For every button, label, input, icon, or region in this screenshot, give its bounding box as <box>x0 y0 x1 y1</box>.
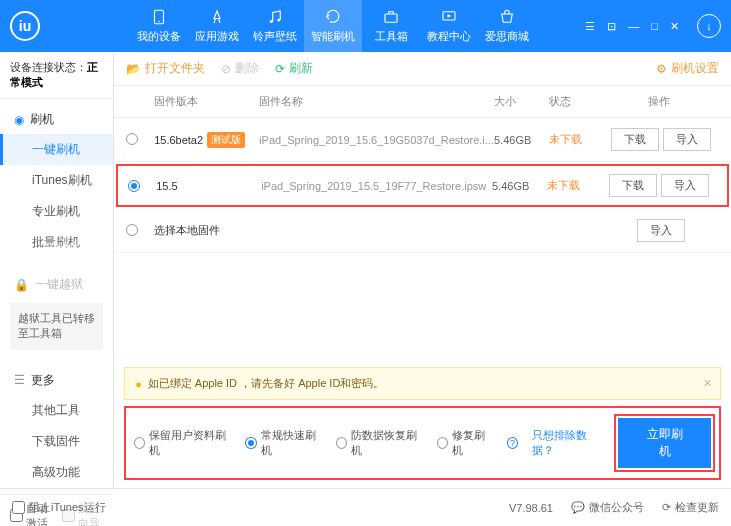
svg-point-2 <box>270 20 273 23</box>
wechat-link[interactable]: 💬微信公众号 <box>571 500 644 515</box>
firmware-row-selected[interactable]: 15.5 iPad_Spring_2019_15.5_19F77_Restore… <box>116 164 729 207</box>
ringtone-icon <box>266 8 284 26</box>
gear-icon: ⚙ <box>656 62 667 76</box>
update-icon: ⟳ <box>662 501 671 514</box>
connection-status: 设备连接状态：正常模式 <box>0 52 113 99</box>
device-icon <box>150 8 168 26</box>
exclude-data-link[interactable]: 只想排除数据？ <box>532 428 604 458</box>
refresh-icon: ⟳ <box>275 62 285 76</box>
close-icon[interactable]: ✕ <box>668 18 681 35</box>
sidebar-item-advanced[interactable]: 高级功能 <box>0 457 113 488</box>
flash-options: 保留用户资料刷机 常规快速刷机 防数据恢复刷机 修复刷机 ? 只想排除数据？ 立… <box>124 406 721 480</box>
firmware-row[interactable]: 15.6beta2测试版 iPad_Spring_2019_15.6_19G50… <box>114 118 731 162</box>
shop-icon <box>498 8 516 26</box>
version-label: V7.98.61 <box>509 502 553 514</box>
lock-icon[interactable]: ⊡ <box>605 18 618 35</box>
svg-point-1 <box>158 21 160 23</box>
wechat-icon: 💬 <box>571 501 585 514</box>
flash-section-icon: ◉ <box>14 113 24 127</box>
section-flash[interactable]: ◉刷机 <box>0 105 113 134</box>
option-antirecovery[interactable]: 防数据恢复刷机 <box>336 428 423 458</box>
tutorial-icon <box>440 8 458 26</box>
radio-unselected[interactable] <box>126 133 138 145</box>
sidebar-item-itunes-flash[interactable]: iTunes刷机 <box>0 165 113 196</box>
more-icon: ☰ <box>14 373 25 387</box>
nav-smart-flash[interactable]: 智能刷机 <box>304 0 362 52</box>
apps-icon <box>208 8 226 26</box>
flash-now-button[interactable]: 立即刷机 <box>618 418 711 468</box>
download-button[interactable]: 下载 <box>609 174 657 197</box>
option-normal-flash[interactable]: 常规快速刷机 <box>245 428 322 458</box>
download-manager-icon[interactable]: ↓ <box>697 14 721 38</box>
radio-unselected[interactable] <box>126 224 138 236</box>
download-button[interactable]: 下载 <box>611 128 659 151</box>
beta-tag: 测试版 <box>207 132 245 148</box>
folder-icon: 📂 <box>126 62 141 76</box>
radio-selected[interactable] <box>128 180 140 192</box>
check-update-link[interactable]: ⟳检查更新 <box>662 500 719 515</box>
sidebar-item-oneclick-flash[interactable]: 一键刷机 <box>0 134 113 165</box>
delete-icon: ⊘ <box>221 62 231 76</box>
sidebar-item-download-firmware[interactable]: 下载固件 <box>0 426 113 457</box>
option-keep-data[interactable]: 保留用户资料刷机 <box>134 428 231 458</box>
window-controls: ☰ ⊡ — □ ✕ ↓ <box>583 14 721 38</box>
lock-icon: 🔒 <box>14 278 29 292</box>
block-itunes-checkbox[interactable]: 阻止iTunes运行 <box>12 500 106 515</box>
flash-icon <box>324 8 342 26</box>
sidebar-item-pro-flash[interactable]: 专业刷机 <box>0 196 113 227</box>
import-button[interactable]: 导入 <box>661 174 709 197</box>
jailbreak-note: 越狱工具已转移至工具箱 <box>10 303 103 350</box>
brand-url: www.i4.cn <box>46 239 110 250</box>
section-jailbreak[interactable]: 🔒一键越狱 <box>0 270 113 299</box>
sidebar-item-other-tools[interactable]: 其他工具 <box>0 395 113 426</box>
nav-ringtone[interactable]: 铃声壁纸 <box>246 0 304 52</box>
nav-my-device[interactable]: 我的设备 <box>130 0 188 52</box>
import-button[interactable]: 导入 <box>663 128 711 151</box>
svg-rect-4 <box>385 14 397 22</box>
nav-apps[interactable]: 应用游戏 <box>188 0 246 52</box>
main-nav: 我的设备 应用游戏 铃声壁纸 智能刷机 工具箱 教程中心 爱思商城 <box>130 0 583 52</box>
local-firmware-row[interactable]: 选择本地固件 导入 <box>114 209 731 253</box>
option-repair[interactable]: 修复刷机 <box>437 428 493 458</box>
nav-shop[interactable]: 爱思商城 <box>478 0 536 52</box>
svg-point-3 <box>277 19 280 22</box>
logo-icon: iu <box>10 11 40 41</box>
nav-toolbox[interactable]: 工具箱 <box>362 0 420 52</box>
warning-icon: ● <box>135 378 142 390</box>
flash-settings-button[interactable]: ⚙刷机设置 <box>656 60 719 77</box>
warning-close-icon[interactable]: ✕ <box>703 377 712 390</box>
refresh-button[interactable]: ⟳刷新 <box>275 60 313 77</box>
open-folder-button[interactable]: 📂打开文件夹 <box>126 60 205 77</box>
section-more[interactable]: ☰更多 <box>0 366 113 395</box>
nav-tutorial[interactable]: 教程中心 <box>420 0 478 52</box>
toolbox-icon <box>382 8 400 26</box>
delete-button: ⊘删除 <box>221 60 259 77</box>
menu-icon[interactable]: ☰ <box>583 18 597 35</box>
maximize-icon[interactable]: □ <box>649 18 660 34</box>
apple-id-warning: ● 如已绑定 Apple ID ，请先备好 Apple ID和密码。 ✕ <box>124 367 721 400</box>
info-icon[interactable]: ? <box>507 437 518 449</box>
import-button[interactable]: 导入 <box>637 219 685 242</box>
minimize-icon[interactable]: — <box>626 18 641 34</box>
firmware-table-header: 固件版本 固件名称 大小 状态 操作 <box>114 86 731 118</box>
